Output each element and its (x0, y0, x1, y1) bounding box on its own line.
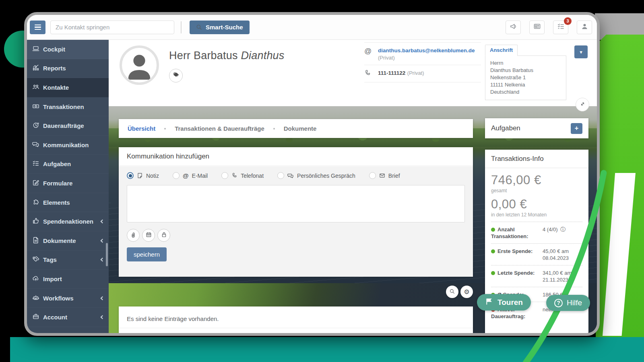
user-icon (581, 23, 588, 32)
communication-card: Kommunikation hinzufügen Notiz (119, 147, 473, 277)
smart-search-button[interactable]: Smart-Suche (190, 21, 250, 34)
newspaper-icon (533, 23, 541, 32)
user-menu-button[interactable] (577, 21, 592, 34)
tab-transaktionen-dauerauftraege[interactable]: Transaktionen & Daueraufträge (175, 125, 264, 132)
avatar[interactable] (120, 45, 159, 85)
add-task-button[interactable]: + (571, 123, 582, 134)
sidebar-item-dokumente[interactable]: Dokumente (27, 231, 109, 251)
sidebar-item-account[interactable]: Account (27, 308, 109, 327)
chevron-left-icon (101, 239, 105, 243)
sidebar-item-aufgaben[interactable]: Aufgaben (27, 155, 109, 174)
email-link[interactable]: dianthus.barbatus@nelkenblumen.de (378, 47, 475, 53)
sidebar-item-import[interactable]: Import (27, 269, 109, 289)
puzzle-icon (32, 198, 39, 207)
tags-icon (32, 255, 39, 264)
radio-unselected[interactable] (277, 172, 284, 179)
search-input[interactable] (50, 21, 174, 34)
sidebar-navigation: Cockpit Reports Kontakte Transaktionen D… (27, 40, 109, 333)
communication-form: Notiz @ E-Mail Telefo (119, 167, 473, 277)
sidebar-scrollbar[interactable] (106, 243, 108, 266)
sidebar-item-workflows[interactable]: Workflows (27, 289, 109, 308)
news-button[interactable] (529, 21, 545, 34)
expand-cover-button[interactable] (576, 98, 589, 111)
chevron-down-icon: ▾ (580, 49, 582, 55)
entries-card: Es sind keine Einträge vorhanden. (119, 306, 473, 333)
decor-teal-band (10, 337, 644, 362)
tab-uebersicht[interactable]: Übersicht (128, 125, 155, 132)
sidebar-item-dauerauftraege[interactable]: Daueraufträge (27, 116, 109, 136)
sidebar-item-kontakte[interactable]: Kontakte (27, 78, 109, 97)
lock-icon (161, 232, 167, 239)
sidebar-item-reports[interactable]: Reports (27, 59, 109, 78)
lock-button[interactable] (157, 229, 170, 242)
paperclip-icon (130, 232, 136, 239)
sidebar-item-formulare[interactable]: Formulare (27, 174, 109, 193)
task-list-button[interactable]: 3 (553, 21, 568, 34)
attachment-button[interactable] (127, 229, 140, 242)
address-tab[interactable]: Anschrift (485, 45, 518, 56)
save-button[interactable]: speichern (127, 247, 167, 261)
megaphone-icon (510, 23, 517, 32)
transaction-info-title: Transaktions-Info (485, 150, 588, 168)
communication-card-title: Kommunikation hinzufügen (119, 147, 473, 166)
chevron-left-icon (101, 315, 105, 319)
toolbar-divider (181, 21, 182, 33)
chart-icon (32, 64, 39, 72)
tab-separator-dot (164, 128, 166, 130)
menu-toggle-button[interactable] (30, 21, 45, 34)
option-email[interactable]: @ E-Mail (173, 172, 208, 179)
option-telefonat[interactable]: Telefonat (221, 172, 264, 179)
top-bar: Smart-Suche 3 (27, 15, 597, 40)
option-persoenliches-gespraech[interactable]: Persönliches Gespräch (277, 172, 355, 179)
entry-list-tools: ⚙ (446, 286, 473, 298)
chevron-left-icon (101, 220, 105, 224)
settings-entries-button[interactable]: ⚙ (460, 286, 473, 298)
envelope-icon (379, 173, 385, 179)
note-textarea[interactable] (127, 185, 465, 222)
phone-number: 111-111122 (378, 70, 405, 76)
sidebar-item-spendenaktionen[interactable]: Spendenaktionen (27, 212, 109, 231)
search-entries-button[interactable] (446, 286, 458, 298)
address-line: Dianthus Barbatus (490, 67, 561, 74)
contact-actions-dropdown[interactable]: ▾ (574, 45, 588, 58)
contact-name: Herr Barbatus Dianthus (169, 49, 285, 62)
sidebar-item-transaktionen[interactable]: Transaktionen (27, 97, 109, 117)
sidebar-item-cockpit[interactable]: Cockpit (27, 40, 109, 59)
question-icon: ? (554, 299, 563, 307)
address-line: Nelkenstraße 1 (490, 74, 561, 81)
total-amount-label: gesamt (491, 188, 582, 193)
phone-icon (231, 173, 237, 179)
tab-dokumente[interactable]: Dokumente (284, 125, 317, 132)
address-line: Deutschland (490, 88, 561, 96)
sidebar-item-elements[interactable]: Elements (27, 193, 109, 212)
tasks-panel: Aufgaben + (485, 118, 588, 138)
tasks-panel-title: Aufgaben (491, 124, 520, 132)
tours-button[interactable]: Touren (477, 294, 531, 311)
stat-row-letzte-spende: Letzte Spende: 341,00 € am 21.11.2023 (491, 265, 582, 287)
tab-separator-dot (273, 128, 275, 130)
option-notiz[interactable]: Notiz (127, 172, 159, 179)
chat-bubbles-icon (32, 141, 39, 149)
radio-unselected[interactable] (369, 172, 376, 179)
add-tag-button[interactable] (169, 69, 183, 82)
checklist-icon (557, 23, 565, 32)
info-icon[interactable]: ⓘ (560, 226, 566, 232)
sidebar-item-kommunikation[interactable]: Kommunikation (27, 136, 109, 155)
cloud-upload-icon (32, 275, 39, 283)
stat-row-erste-spende: Erste Spende: 45,00 € am 08.04.2023 (491, 243, 582, 265)
recent-amount-label: in den letzten 12 Monaten (491, 212, 582, 218)
announcements-button[interactable] (506, 21, 521, 34)
sidebar-item-tags[interactable]: Tags (27, 251, 109, 270)
radio-selected[interactable] (127, 172, 134, 179)
topbar-actions: 3 (506, 21, 592, 34)
phone-row: 111-111122 (Privat) (364, 65, 481, 82)
radio-unselected[interactable] (221, 172, 228, 179)
phone-icon (364, 69, 378, 78)
radio-unselected[interactable] (173, 172, 180, 179)
contact-surname: Dianthus (241, 49, 284, 62)
help-button[interactable]: ? Hilfe (546, 295, 590, 311)
contact-methods: @ dianthus.barbatus@nelkenblumen.de (Pri… (364, 42, 481, 82)
calendar-button[interactable] (142, 229, 155, 242)
option-brief[interactable]: Brief (369, 172, 400, 179)
expand-arrows-icon (580, 101, 586, 109)
